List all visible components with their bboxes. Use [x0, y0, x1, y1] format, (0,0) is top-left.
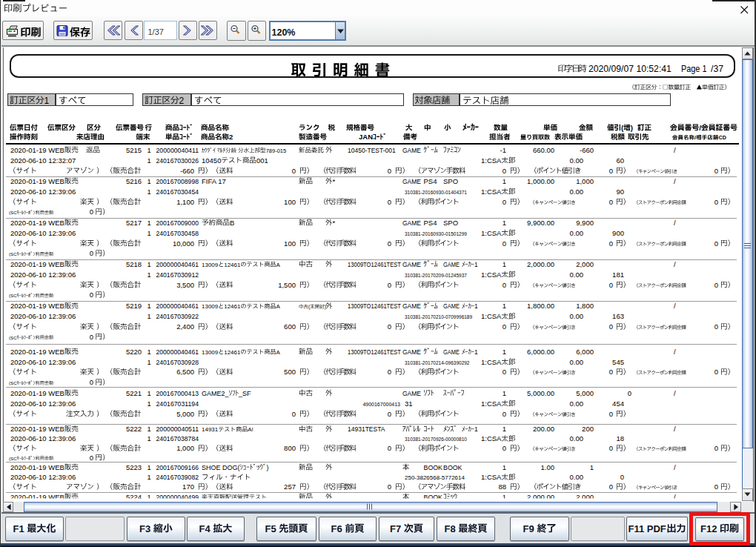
- svg-text:2020-01-19 WEB: 2020-01-19 WEB: [10, 146, 64, 154]
- svg-text:F3: F3: [139, 523, 150, 534]
- svg-text:454: 454: [612, 400, 624, 408]
- svg-text:100: 100: [284, 198, 296, 206]
- svg-text:250-3826568-5772614: 250-3826568-5772614: [405, 474, 465, 481]
- svg-text:240167030928: 240167030928: [156, 358, 199, 366]
- svg-text:10,000: 10,000: [173, 239, 194, 248]
- svg-text:120%: 120%: [272, 27, 296, 38]
- svg-text:5224: 5224: [126, 493, 142, 501]
- svg-text:240167038784: 240167038784: [156, 434, 199, 442]
- svg-text:0: 0: [292, 167, 296, 175]
- svg-text:200: 200: [582, 425, 594, 433]
- svg-text:789-015: 789-015: [266, 147, 287, 154]
- svg-text:1: 1: [474, 261, 478, 268]
- svg-text:2020-06-10 12:39:06: 2020-06-10 12:39:06: [10, 188, 76, 196]
- svg-text:2,400: 2,400: [176, 322, 194, 331]
- svg-text:GAME: GAME: [443, 260, 460, 268]
- svg-text:): ): [631, 124, 633, 132]
- svg-text:*: *: [333, 177, 336, 185]
- svg-text:1,100: 1,100: [176, 198, 194, 206]
- svg-text:PS4: PS4: [424, 177, 437, 185]
- svg-text:-660: -660: [580, 146, 594, 154]
- svg-text:-1: -1: [500, 146, 506, 154]
- svg-text:5222: 5222: [126, 425, 142, 433]
- svg-text:200167008998: 200167008998: [156, 177, 199, 185]
- svg-text:2: 2: [229, 133, 233, 141]
- svg-text:(: (: [621, 124, 624, 132]
- svg-text:1,800.00: 1,800.00: [527, 302, 554, 310]
- svg-text:F5: F5: [265, 523, 276, 534]
- svg-text:JAN: JAN: [359, 133, 373, 141]
- svg-text:200000040461: 200000040461: [156, 260, 199, 268]
- svg-text:800: 800: [284, 444, 296, 452]
- svg-text:5215: 5215: [126, 146, 142, 154]
- svg-text:GAME2_: GAME2_: [202, 390, 230, 397]
- svg-text:_SF: _SF: [238, 390, 251, 397]
- svg-text:): ): [267, 464, 269, 471]
- svg-text:5216: 5216: [126, 177, 142, 185]
- svg-text:1,000: 1,000: [576, 177, 594, 185]
- svg-text:6,000.00: 6,000.00: [527, 348, 554, 356]
- svg-text:2,000: 2,000: [576, 260, 594, 268]
- svg-text:13009: 13009: [202, 262, 219, 268]
- svg-text:1.00: 1.00: [541, 463, 555, 471]
- svg-text:1: 1: [147, 146, 151, 154]
- svg-text:): ): [325, 304, 326, 310]
- svg-text:5217: 5217: [126, 219, 142, 227]
- svg-text:310381-20170210-0709996189: 310381-20170210-0709996189: [405, 314, 472, 319]
- svg-text:F6: F6: [331, 523, 342, 534]
- svg-text:200.00: 200.00: [533, 425, 554, 433]
- svg-text:240167039082: 240167039082: [156, 473, 199, 481]
- svg-text:240167030922: 240167030922: [156, 312, 199, 320]
- svg-text:001: 001: [256, 156, 268, 165]
- svg-text:2020/09/07 10:52:41: 2020/09/07 10:52:41: [588, 64, 672, 74]
- svg-text:200000040411: 200000040411: [156, 146, 199, 154]
- svg-text:200000040511: 200000040511: [156, 425, 199, 433]
- svg-text:2: 2: [179, 96, 185, 106]
- svg-text:6,000: 6,000: [576, 348, 594, 356]
- svg-text:F7: F7: [390, 523, 401, 534]
- svg-text:F8: F8: [445, 523, 456, 534]
- svg-text:181: 181: [612, 271, 624, 279]
- svg-text:18: 18: [616, 434, 624, 442]
- svg-text:10450: 10450: [202, 156, 221, 165]
- svg-text:B: B: [230, 219, 234, 227]
- svg-text:200000040499: 200000040499: [156, 493, 199, 501]
- svg-text:1,500: 1,500: [278, 281, 296, 289]
- svg-text:5221: 5221: [126, 389, 142, 397]
- svg-text:5218: 5218: [126, 260, 142, 268]
- svg-text:GAME: GAME: [402, 146, 421, 154]
- svg-text:1,800: 1,800: [576, 302, 594, 310]
- svg-text:9,900.00: 9,900.00: [527, 219, 554, 227]
- svg-text:2020-06-10 12:32:07: 2020-06-10 12:32:07: [10, 156, 76, 165]
- svg-text:170: 170: [182, 483, 194, 491]
- svg-text:A!: A!: [248, 426, 253, 433]
- svg-text:88: 88: [498, 483, 506, 491]
- svg-text:F12: F12: [700, 523, 717, 534]
- svg-text:31: 31: [405, 400, 413, 408]
- svg-text:3,500: 3,500: [176, 281, 194, 289]
- svg-text:5,000.00: 5,000.00: [527, 389, 554, 397]
- svg-text:(SC: (SC: [9, 210, 17, 215]
- svg-text:200167009166: 200167009166: [156, 463, 199, 471]
- svg-text:1: 1: [44, 96, 50, 106]
- svg-text:310381-20170926-00000810: 310381-20170926-00000810: [405, 437, 467, 442]
- svg-text:5220: 5220: [126, 348, 142, 356]
- svg-text:310381-20160930-01501299: 310381-20160930-01501299: [405, 231, 467, 236]
- svg-text:1/37: 1/37: [148, 27, 164, 36]
- svg-text:60: 60: [616, 156, 624, 165]
- svg-text:4900167000413: 4900167000413: [362, 402, 400, 407]
- svg-text:F11 PDF: F11 PDF: [629, 523, 666, 534]
- svg-text:600: 600: [284, 322, 296, 331]
- svg-text:545: 545: [612, 358, 624, 366]
- svg-text:240167030458: 240167030458: [156, 229, 199, 237]
- svg-text:6,500: 6,500: [176, 368, 194, 376]
- svg-text:FIFA 17: FIFA 17: [202, 177, 226, 185]
- svg-text:A: A: [276, 262, 281, 268]
- svg-text:/: /: [699, 124, 701, 132]
- svg-text:14931TESTA: 14931TESTA: [348, 425, 385, 433]
- svg-text:310381-20170214-096390292: 310381-20170214-096390292: [405, 360, 470, 365]
- svg-text:2,000.00: 2,000.00: [527, 260, 554, 268]
- svg-text:310381-20160930-01404371: 310381-20160930-01404371: [405, 190, 467, 195]
- svg-text:Page 1: Page 1: [681, 64, 707, 74]
- svg-text:240167031194: 240167031194: [156, 400, 199, 408]
